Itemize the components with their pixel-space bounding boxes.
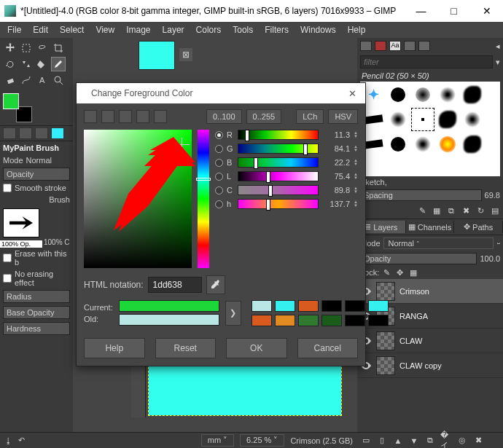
- erase-checkbox[interactable]: [3, 254, 12, 262]
- hue-slider[interactable]: [198, 130, 209, 268]
- lasso-tool-icon[interactable]: [35, 41, 50, 55]
- lock-alpha-icon[interactable]: ▦: [410, 268, 418, 277]
- brush-cell[interactable]: [391, 87, 405, 102]
- swatch[interactable]: [368, 300, 389, 312]
- paths-tool-icon[interactable]: [19, 73, 34, 87]
- channel-radio[interactable]: [215, 200, 223, 208]
- brush-cell[interactable]: [440, 136, 456, 152]
- brush-cell[interactable]: [464, 86, 481, 103]
- swatch[interactable]: [252, 315, 272, 326]
- menu-layer[interactable]: Layer: [157, 23, 190, 37]
- channel-slider[interactable]: [238, 185, 319, 195]
- layer-name[interactable]: CLAW: [399, 337, 500, 345]
- filter-menu-icon[interactable]: ▾: [496, 58, 500, 67]
- menu-help[interactable]: Help: [342, 23, 372, 37]
- hardness-slider[interactable]: Hardness: [3, 322, 70, 335]
- help-button[interactable]: Help: [84, 338, 145, 358]
- picker-mode3-icon[interactable]: [119, 110, 132, 123]
- channel-radio[interactable]: [215, 159, 223, 167]
- brush-cell[interactable]: [363, 139, 383, 149]
- menu-select[interactable]: Select: [54, 23, 90, 37]
- brush-cell[interactable]: [415, 136, 431, 152]
- old-color-swatch[interactable]: [119, 314, 219, 326]
- status-undo-icon[interactable]: ↶: [18, 436, 25, 445]
- channel-radio[interactable]: [215, 131, 223, 139]
- brush-folder-icon[interactable]: ▤: [490, 205, 500, 216]
- mypaint-brush-tool-icon[interactable]: [51, 57, 66, 71]
- brushes-grid[interactable]: ✦: [360, 82, 500, 176]
- menu-filters[interactable]: Filters: [259, 23, 295, 37]
- unit-select[interactable]: mm ˅: [201, 434, 234, 447]
- swap-colors-icon[interactable]: ❯: [225, 301, 241, 326]
- layer-mode-select[interactable]: Normal ˅: [383, 237, 494, 249]
- spin-buttons[interactable]: ▲▼: [354, 131, 358, 138]
- channel-radio[interactable]: [215, 173, 223, 181]
- menu-colors[interactable]: Colors: [190, 23, 227, 37]
- picker-mode1-icon[interactable]: [84, 110, 97, 123]
- menu-file[interactable]: File: [1, 23, 27, 37]
- fg-bg-color[interactable]: [3, 93, 32, 122]
- brush-cell[interactable]: [390, 111, 406, 127]
- swatch[interactable]: [345, 300, 365, 312]
- tab-channels[interactable]: ▦Channels: [406, 221, 455, 233]
- picker-mode2-icon[interactable]: [101, 110, 114, 123]
- spin-buttons[interactable]: ▲▼: [354, 173, 358, 180]
- brush-cell[interactable]: [439, 111, 456, 128]
- channel-radio[interactable]: [215, 186, 223, 194]
- menu-view[interactable]: View: [90, 23, 120, 37]
- layer-row[interactable]: CLAW: [357, 329, 503, 353]
- sv-picker[interactable]: [84, 130, 192, 268]
- toolopt-tab-icon[interactable]: [3, 127, 16, 139]
- status-save-icon[interactable]: ⭳: [4, 436, 12, 445]
- spacing-slider[interactable]: Spacing: [360, 189, 482, 201]
- layer-name[interactable]: Crimson: [399, 287, 500, 296]
- brush-preview[interactable]: [3, 208, 39, 237]
- rect-select-tool-icon[interactable]: [19, 41, 34, 55]
- channel-slider[interactable]: [238, 199, 319, 209]
- cancel-button[interactable]: Cancel: [297, 338, 359, 358]
- channel-slider[interactable]: [238, 130, 319, 140]
- mask-layer-icon[interactable]: ◎: [456, 435, 468, 447]
- new-layer-icon[interactable]: ▭: [360, 435, 372, 447]
- swatch[interactable]: [275, 315, 295, 326]
- dup-layer-icon[interactable]: ⧉: [424, 435, 436, 447]
- brushes-tab-icon[interactable]: [360, 41, 372, 51]
- refresh-brush-icon[interactable]: ↻: [475, 205, 486, 216]
- radius-slider[interactable]: Radius: [3, 290, 70, 303]
- menu-tools[interactable]: Tools: [227, 23, 259, 37]
- close-button[interactable]: ✕: [470, 0, 503, 22]
- patterns-tab-icon[interactable]: [375, 41, 386, 51]
- edit-brush-icon[interactable]: ✎: [417, 205, 427, 216]
- swatch[interactable]: [368, 315, 389, 326]
- spin-buttons[interactable]: ▲▼: [354, 200, 358, 208]
- raise-layer-icon[interactable]: ▲: [392, 435, 404, 447]
- channel-slider[interactable]: [238, 144, 319, 154]
- zoom-tool-icon[interactable]: [51, 73, 66, 87]
- spin-buttons[interactable]: ▲▼: [354, 145, 358, 152]
- channel-radio[interactable]: [215, 145, 223, 153]
- lower-layer-icon[interactable]: ▼: [408, 435, 420, 447]
- del-brush-icon[interactable]: ✖: [461, 205, 471, 216]
- swatch[interactable]: [252, 300, 272, 312]
- eraser-tool-icon[interactable]: [3, 73, 17, 87]
- picker-mode5-icon[interactable]: [154, 110, 167, 123]
- brush-cell[interactable]: [363, 114, 383, 125]
- crop-tool-icon[interactable]: [51, 41, 66, 55]
- new-brush2-icon[interactable]: ▦: [432, 205, 442, 216]
- lock-pixels-icon[interactable]: ✎: [383, 268, 392, 277]
- fg-color-swatch[interactable]: [3, 93, 19, 109]
- zoom-select[interactable]: 6.25 % ˅: [240, 434, 284, 447]
- ok-button[interactable]: OK: [226, 338, 287, 358]
- mode-back-icon[interactable]: ꟷ: [496, 240, 500, 247]
- channel-slider[interactable]: [238, 157, 319, 168]
- dup-brush-icon[interactable]: ⧉: [446, 205, 456, 216]
- channel-slider[interactable]: [238, 171, 319, 181]
- minimize-button[interactable]: —: [405, 0, 437, 22]
- swatch[interactable]: [298, 315, 319, 326]
- base-opacity-slider[interactable]: Base Opacity: [3, 306, 70, 319]
- toolopt-tab3-icon[interactable]: [35, 127, 48, 139]
- tab-paths[interactable]: ✥Paths: [454, 221, 503, 233]
- brush-cell[interactable]: [464, 135, 481, 153]
- swatch[interactable]: [345, 315, 365, 326]
- opacity-slider[interactable]: Opacity: [3, 168, 70, 181]
